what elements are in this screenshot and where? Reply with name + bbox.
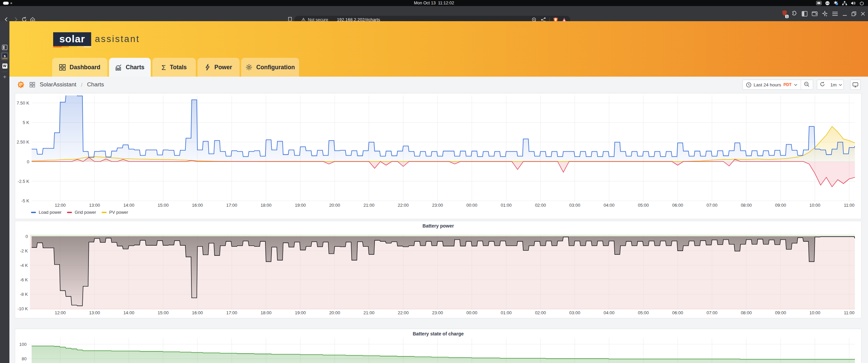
svg-text:14:00: 14:00: [123, 310, 134, 315]
app-header: solar assistant Dashboard Charts Σ Total…: [9, 21, 868, 77]
svg-text:19:00: 19:00: [295, 310, 306, 315]
input-source-icon[interactable]: [833, 1, 838, 5]
wallet-icon[interactable]: [812, 11, 817, 16]
chart-icon: [115, 64, 122, 71]
svg-text:-5 K: -5 K: [21, 198, 29, 203]
svg-text:10:00: 10:00: [809, 203, 820, 208]
maximize-icon[interactable]: [851, 11, 856, 16]
dashboards-icon[interactable]: [30, 82, 35, 88]
volume-icon[interactable]: [851, 1, 856, 5]
leo-ai-icon[interactable]: [822, 11, 828, 16]
tab-charts[interactable]: Charts: [109, 58, 151, 77]
screencast-icon[interactable]: [825, 1, 830, 5]
grafana-logo[interactable]: [17, 80, 25, 89]
svg-text:80: 80: [22, 356, 27, 361]
tab-totals[interactable]: Σ Totals: [152, 58, 196, 77]
zoom-out-button[interactable]: [801, 82, 812, 88]
sidebar-tab-solarassistant[interactable]: s: [0, 54, 9, 59]
sidebar-add-tab-button[interactable]: +: [0, 74, 9, 80]
monitor-icon: [852, 82, 858, 88]
refresh-interval-picker[interactable]: 1m: [828, 82, 845, 88]
svg-text:02:00: 02:00: [535, 203, 546, 208]
power-icon[interactable]: [860, 1, 864, 5]
tablet-mode-icon[interactable]: [816, 1, 822, 5]
svg-text:22:00: 22:00: [398, 203, 409, 208]
battery-power-chart[interactable]: 0-2 K-4 K-6 K-8 K-10 K12:0013:0014:0015:…: [15, 221, 862, 319]
refresh-icon: [820, 82, 825, 87]
svg-text:15:00: 15:00: [158, 310, 169, 315]
svg-text:-8 K: -8 K: [20, 292, 28, 297]
svg-text:18:00: 18:00: [260, 203, 272, 208]
svg-text:16:00: 16:00: [192, 203, 203, 208]
gear-icon: [246, 64, 252, 71]
workspace-dot[interactable]: [10, 2, 12, 4]
breadcrumb-current[interactable]: Charts: [87, 81, 104, 88]
time-range-picker[interactable]: Last 24 hours PDT: [743, 82, 801, 88]
activities-pill[interactable]: [3, 2, 9, 5]
browser-actions: 1: [782, 6, 865, 21]
minimize-icon[interactable]: [842, 11, 847, 16]
logo[interactable]: solar: [53, 32, 91, 46]
svg-text:02:00: 02:00: [535, 310, 546, 315]
chevron-down-icon: [839, 84, 842, 86]
close-icon[interactable]: [861, 11, 865, 16]
svg-text:15:00: 15:00: [158, 203, 169, 208]
breadcrumb-root[interactable]: SolarAssistant: [40, 81, 76, 88]
svg-text:-10 K: -10 K: [18, 306, 28, 311]
svg-text:18:00: 18:00: [260, 310, 272, 315]
svg-text:12:00: 12:00: [55, 310, 66, 315]
svg-text:00:00: 00:00: [466, 203, 477, 208]
panel-load-grid-pv: 7.50 K5 K2.50 K0-2.5 K-5 K12:0013:0014:0…: [15, 93, 862, 219]
load-grid-pv-chart[interactable]: 7.50 K5 K2.50 K0-2.5 K-5 K12:0013:0014:0…: [15, 93, 862, 220]
app-tabs: Dashboard Charts Σ Totals Power Configur…: [52, 58, 299, 77]
legend-swatch: [67, 212, 72, 213]
svg-text:08:00: 08:00: [741, 310, 752, 315]
svg-text:-2.5 K: -2.5 K: [18, 179, 29, 184]
system-clock[interactable]: Mon Oct 13 11:12:02: [414, 0, 454, 6]
tab-configuration[interactable]: Configuration: [241, 58, 299, 77]
svg-text:23:00: 23:00: [432, 203, 443, 208]
svg-text:01:00: 01:00: [501, 203, 512, 208]
legend-item[interactable]: PV power: [102, 210, 128, 215]
battery-soc-area: [32, 346, 855, 363]
grafana-dashboard: SolarAssistant / Charts Last 24 hours PD…: [9, 77, 868, 363]
refresh-button[interactable]: [817, 82, 828, 88]
svg-text:16:00: 16:00: [192, 310, 203, 315]
network-wired-icon[interactable]: [842, 1, 847, 5]
svg-text:03:00: 03:00: [569, 203, 580, 208]
svg-text:100: 100: [19, 342, 27, 347]
sidebar-tab-wikipedia[interactable]: W: [0, 64, 9, 69]
panel-battery-soc: Battery state of charge 10080: [15, 329, 862, 363]
svg-text:04:00: 04:00: [603, 310, 615, 315]
svg-text:0: 0: [26, 234, 28, 239]
svg-text:-6 K: -6 K: [20, 277, 28, 282]
sigma-icon: Σ: [161, 64, 166, 71]
svg-text:21:00: 21:00: [363, 203, 374, 208]
kiosk-mode-button[interactable]: [850, 80, 861, 90]
svg-text:06:00: 06:00: [672, 203, 683, 208]
shields-badge-button[interactable]: 1: [782, 10, 787, 18]
svg-text:20:00: 20:00: [329, 203, 340, 208]
system-tray: [816, 0, 864, 6]
tab-dashboard[interactable]: Dashboard: [52, 58, 107, 77]
load-power-line: [32, 94, 855, 158]
grid-icon: [59, 64, 66, 71]
legend-item[interactable]: Grid power: [67, 210, 96, 215]
extensions-icon[interactable]: [792, 11, 797, 16]
svg-text:10:00: 10:00: [809, 310, 820, 315]
battery-soc-chart[interactable]: 10080: [15, 329, 862, 363]
svg-text:13:00: 13:00: [89, 310, 100, 315]
tab-power[interactable]: Power: [197, 58, 240, 77]
desktop: Mon Oct 13 11:12:02 Not secure 192.168.2…: [0, 0, 868, 363]
menu-icon[interactable]: [832, 11, 838, 16]
svg-text:14:00: 14:00: [123, 203, 134, 208]
timezone-label: PDT: [783, 82, 792, 87]
svg-text:03:00: 03:00: [569, 310, 580, 315]
legend-item[interactable]: Load power: [31, 210, 62, 215]
sidebar-panel-icon[interactable]: [0, 45, 9, 51]
time-range-controls: Last 24 hours PDT: [743, 80, 813, 90]
svg-text:08:00: 08:00: [741, 203, 752, 208]
svg-text:17:00: 17:00: [226, 310, 238, 315]
sidebar-toggle-icon[interactable]: [802, 11, 807, 16]
svg-text:2.50 K: 2.50 K: [17, 139, 29, 144]
